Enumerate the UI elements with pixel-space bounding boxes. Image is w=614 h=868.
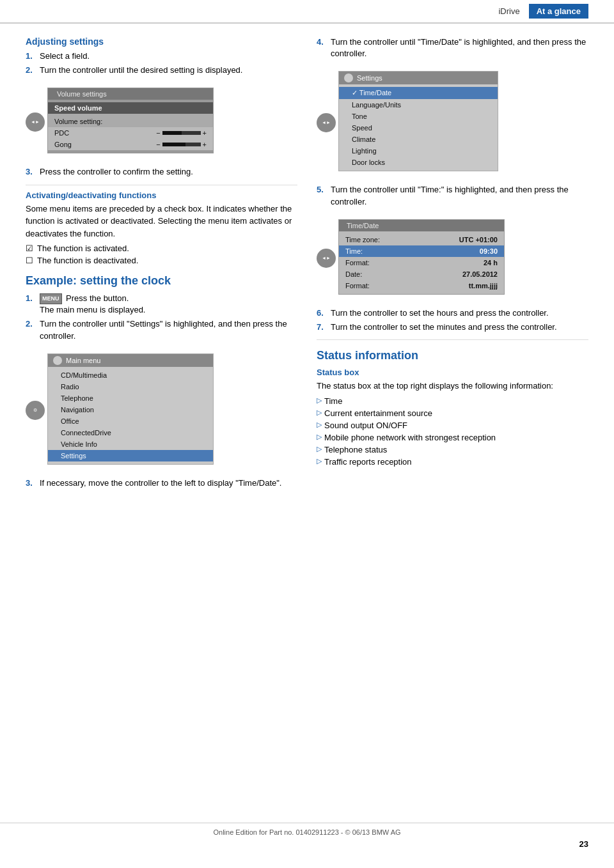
menu-item-telephone: Telephone (48, 392, 213, 404)
arrow-icon-2: ▷ (317, 408, 322, 417)
td-row-timezone: Time zone: UTC +01:00 (339, 234, 504, 245)
status-info-heading: Status information (317, 349, 588, 362)
example-step3-list: 3. If necessary, move the controller to … (26, 477, 297, 489)
activating-section: Activating/deactivating functions Some m… (26, 190, 297, 266)
arrow-icon-6: ▷ (317, 457, 322, 465)
footer-text: Online Edition for Part no. 01402911223 … (213, 828, 400, 836)
step-2: 2. Turn the controller until the desired… (26, 65, 297, 76)
timedate-body: Time zone: UTC +01:00 Time: 09:30 Format… (339, 231, 504, 294)
controller-left-btn: ◄► (26, 112, 45, 132)
menu-item-radio: Radio (48, 381, 213, 392)
content-area: Adjusting settings 1. Select a field. 2.… (0, 24, 614, 521)
settings-title-text: Settings (357, 74, 382, 82)
menu-button-icon: MENU (40, 293, 62, 304)
page-container: iDrive At a glance Adjusting settings 1.… (0, 0, 614, 868)
timedate-screen-container: ◄► Time/Date Time zone: UTC +01:00 Time: (317, 214, 588, 301)
menu-item-connected: ConnectedDrive (48, 427, 213, 438)
menu-item-cd: CD/Multimedia (48, 369, 213, 381)
settings-icon (344, 74, 353, 82)
right-steps-list: 4. Turn the controller until "Time/Date"… (317, 36, 588, 59)
settings-body: ✓ Time/Date Language/Units Tone Speed Cl… (339, 84, 498, 171)
right-step-6: 6. Turn the controller to set the hours … (317, 307, 588, 319)
status-information-section: Status information Status box The status… (317, 349, 588, 467)
activating-para: Some menu items are preceded by a check … (26, 203, 297, 240)
check-activated: ☑ The function is activated. (26, 244, 297, 253)
right-step5-list: 5. Turn the controller until "Time:" is … (317, 184, 588, 207)
divider-2 (317, 339, 588, 340)
status-item-telephone: ▷ Telephone status (317, 445, 588, 454)
footer: Online Edition for Part no. 01402911223 … (0, 823, 614, 836)
vol-screen-body: Speed volume Volume setting: PDC − + (48, 100, 213, 153)
timedate-title-bar: Time/Date (339, 220, 504, 231)
example-section: Example: setting the clock 1. MENU Press… (26, 274, 297, 489)
menu-item-vehicle: Vehicle Info (48, 438, 213, 450)
td-row-time: Time: 09:30 (339, 245, 504, 257)
example-steps-list: 1. MENU Press the button.The main menu i… (26, 293, 297, 342)
right-step-4: 4. Turn the controller until "Time/Date"… (317, 36, 588, 59)
vol-row-speed: Speed volume (48, 102, 213, 114)
main-menu-title-text: Main menu (66, 357, 100, 364)
right-column: 4. Turn the controller until "Time/Date"… (317, 36, 588, 495)
right-step-7: 7. Turn the controller to set the minute… (317, 322, 588, 333)
status-item-entertainment: ▷ Current entertainment source (317, 408, 588, 418)
divider-1 (26, 185, 297, 185)
status-box-para: The status box at the top right displays… (317, 380, 588, 392)
status-item-mobile: ▷ Mobile phone network with strongest re… (317, 433, 588, 442)
header-at-a-glance-label: At a glance (529, 4, 588, 19)
vol-screen-title: Volume settings (48, 88, 213, 100)
page-number: 23 (579, 839, 588, 849)
vol-row-sep: Volume setting: (48, 114, 213, 127)
controller-settings: ◄► (317, 113, 336, 132)
status-item-sound: ▷ Sound output ON/OFF (317, 421, 588, 430)
right-steps-6-7: 6. Turn the controller to set the hours … (317, 307, 588, 333)
timedate-title-text: Time/Date (347, 222, 379, 229)
td-row-format1: Format: 24 h (339, 257, 504, 268)
settings-row-timedate: ✓ Time/Date (339, 87, 498, 99)
example-step-2: 2. Turn the controller until "Settings" … (26, 318, 297, 341)
example-step-3: 3. If necessary, move the controller to … (26, 477, 297, 489)
status-item-time: ▷ Time (317, 396, 588, 406)
volume-screen-container: ◄► Volume settings Speed volume V (26, 82, 297, 160)
adjusting-settings-section: Adjusting settings 1. Select a field. 2.… (26, 36, 297, 178)
status-items-list: ▷ Time ▷ Current entertainment source ▷ … (317, 396, 588, 467)
status-box-heading: Status box (317, 368, 588, 377)
adjusting-settings-heading: Adjusting settings (26, 36, 297, 47)
step-3: 3. Press the controller to confirm the s… (26, 166, 297, 178)
settings-screen: Settings ✓ Time/Date Language/Units Tone… (338, 71, 498, 171)
main-menu-icon (53, 356, 62, 365)
example-heading: Example: setting the clock (26, 274, 297, 288)
activating-heading: Activating/deactivating functions (26, 190, 297, 200)
header-idrive-label: iDrive (492, 4, 526, 19)
example-step-1: 1. MENU Press the button.The main menu i… (26, 293, 297, 316)
settings-row-tone: Tone (339, 111, 498, 122)
menu-item-settings: Settings (48, 450, 213, 461)
main-menu-screen: Main menu CD/Multimedia Radio Telephone … (47, 353, 214, 465)
controller-left-btn-2: ⚙ (26, 401, 45, 420)
td-row-format2: Format: tt.mm.jjjj (339, 280, 504, 291)
check-deactivated: ☐ The function is deactivated. (26, 256, 297, 265)
main-menu-title-bar: Main menu (48, 354, 213, 367)
main-menu-body: CD/Multimedia Radio Telephone Navigation… (48, 367, 213, 464)
right-step-5: 5. Turn the controller until "Time:" is … (317, 184, 588, 207)
top-header: iDrive At a glance (0, 0, 614, 24)
menu-item-office: Office (48, 415, 213, 427)
arrow-icon-3: ▷ (317, 421, 322, 429)
arrow-icon-4: ▷ (317, 433, 322, 441)
settings-row-lighting: Lighting (339, 145, 498, 157)
settings-row-climate: Climate (339, 134, 498, 145)
arrow-icon-5: ▷ (317, 445, 322, 453)
adjusting-step3-list: 3. Press the controller to confirm the s… (26, 166, 297, 178)
settings-row-doorlocks: Door locks (339, 157, 498, 168)
timedate-screen: Time/Date Time zone: UTC +01:00 Time: 09… (338, 219, 505, 295)
vol-row-pdc: PDC − + (48, 127, 213, 139)
td-row-date: Date: 27.05.2012 (339, 268, 504, 280)
arrow-icon-1: ▷ (317, 396, 322, 405)
step-1: 1. Select a field. (26, 50, 297, 62)
adjusting-steps-list: 1. Select a field. 2. Turn the controlle… (26, 50, 297, 76)
controller-timedate: ◄► (317, 249, 336, 268)
settings-row-speed: Speed (339, 122, 498, 134)
settings-screen-container: ◄► Settings ✓ Time/Date Language/Units T… (317, 66, 588, 178)
menu-item-navigation: Navigation (48, 404, 213, 415)
left-column: Adjusting settings 1. Select a field. 2.… (26, 36, 297, 495)
settings-row-language: Language/Units (339, 99, 498, 111)
